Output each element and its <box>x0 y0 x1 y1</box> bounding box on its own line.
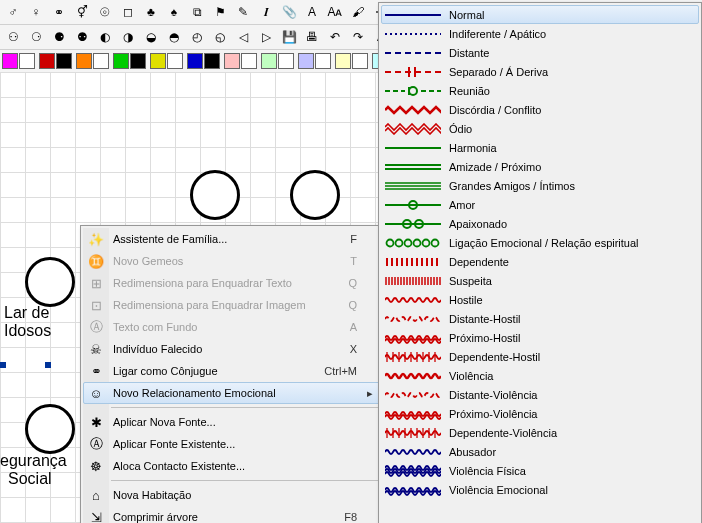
color-swatch[interactable] <box>315 53 331 69</box>
toolbar-button-t9[interactable]: ◴ <box>186 26 208 48</box>
color-swatch[interactable] <box>278 53 294 69</box>
toolbar-button-couple[interactable]: ⚭ <box>48 1 70 23</box>
relationship-option[interactable]: Dependente-Hostil <box>381 347 699 366</box>
relationship-option[interactable]: Separado / Á Deriva <box>381 62 699 81</box>
relationship-option[interactable]: Ódio <box>381 119 699 138</box>
menu-item[interactable]: ☺Novo Relacionamento Emocional▸ <box>83 382 381 404</box>
toolbar-button-redo[interactable]: ↷ <box>347 26 369 48</box>
color-swatch[interactable] <box>93 53 109 69</box>
relationship-option[interactable]: Grandes Amigos / Íntimos <box>381 176 699 195</box>
relationship-option[interactable]: Próximo-Violência <box>381 404 699 423</box>
toolbar-button-text-aa[interactable]: Aᴀ <box>324 1 346 23</box>
color-swatch[interactable] <box>150 53 166 69</box>
menu-item[interactable]: ⇲Comprimir árvoreF8 <box>83 506 381 523</box>
toolbar-button-back[interactable]: ◁ <box>232 26 254 48</box>
relationship-option[interactable]: Distante-Violência <box>381 385 699 404</box>
relationship-option[interactable]: Discórdia / Conflito <box>381 100 699 119</box>
relationship-option[interactable]: Ligação Emocional / Relação espiritual <box>381 233 699 252</box>
toolbar-button-brush[interactable]: 🖌 <box>347 1 369 23</box>
color-swatch[interactable] <box>19 53 35 69</box>
menu-item[interactable]: ⒶAplicar Fonte Existente... <box>83 433 381 455</box>
relationship-option[interactable]: Indiferente / Apático <box>381 24 699 43</box>
color-swatch[interactable] <box>39 53 55 69</box>
toolbar-button-t10[interactable]: ◵ <box>209 26 231 48</box>
toolbar-button-fwd[interactable]: ▷ <box>255 26 277 48</box>
relationship-option[interactable]: Próximo-Hostil <box>381 328 699 347</box>
menu-item[interactable]: ⚭Ligar como CônjugueCtrl+M <box>83 360 381 382</box>
selection-handle[interactable] <box>45 362 51 368</box>
relationship-option[interactable]: Distante-Hostil <box>381 309 699 328</box>
toolbar-button-italic[interactable]: 𝑰 <box>255 1 277 23</box>
menu-item[interactable]: ✱Aplicar Nova Fonte... <box>83 411 381 433</box>
toolbar-button-person-f[interactable]: ♀ <box>25 1 47 23</box>
relationship-option[interactable]: Distante <box>381 43 699 62</box>
font-a-icon: Ⓐ <box>87 435 105 453</box>
toolbar-button-person[interactable]: ♂ <box>2 1 24 23</box>
toolbar-button-overlap[interactable]: ⧉ <box>186 1 208 23</box>
menu-item[interactable]: ☠Indivíduo FalecidoX <box>83 338 381 360</box>
relationship-option-label: Ligação Emocional / Relação espiritual <box>449 237 639 249</box>
toolbar-button-t7[interactable]: ◒ <box>140 26 162 48</box>
color-swatch[interactable] <box>187 53 203 69</box>
toolbar-button-tree2[interactable]: ♠ <box>163 1 185 23</box>
relationship-option[interactable]: Violência <box>381 366 699 385</box>
toolbar-button-text-a[interactable]: A <box>301 1 323 23</box>
menu-item-label: Redimensiona para Enquadrar Imagem <box>113 299 309 311</box>
toolbar-button-link[interactable]: ⦾ <box>94 1 116 23</box>
toolbar-button-t5[interactable]: ◐ <box>94 26 116 48</box>
color-swatch[interactable] <box>352 53 368 69</box>
color-swatch[interactable] <box>298 53 314 69</box>
color-swatch[interactable] <box>2 53 18 69</box>
relationship-swatch-icon <box>385 293 441 307</box>
relationship-option[interactable]: Harmonia <box>381 138 699 157</box>
relationship-submenu: NormalIndiferente / ApáticoDistanteSepar… <box>378 2 702 523</box>
relationship-option[interactable]: Hostile <box>381 290 699 309</box>
color-swatch[interactable] <box>167 53 183 69</box>
toolbar-button-t4[interactable]: ⚉ <box>71 26 93 48</box>
color-swatch[interactable] <box>261 53 277 69</box>
toolbar-button-t1[interactable]: ⚇ <box>2 26 24 48</box>
relationship-option[interactable]: Violência Emocional <box>381 480 699 499</box>
relationship-option[interactable]: Dependente <box>381 252 699 271</box>
toolbar-button-child[interactable]: ⚥ <box>71 1 93 23</box>
selection-handle[interactable] <box>0 362 6 368</box>
relationship-option[interactable]: Dependente-Violência <box>381 423 699 442</box>
color-swatch[interactable] <box>335 53 351 69</box>
genogram-node[interactable] <box>190 170 240 220</box>
relationship-option[interactable]: Abusador <box>381 442 699 461</box>
toolbar-button-clip[interactable]: 📎 <box>278 1 300 23</box>
relationship-option-label: Apaixonado <box>449 218 507 230</box>
relationship-option[interactable]: Amor <box>381 195 699 214</box>
menu-item[interactable]: ☸Aloca Contacto Existente... <box>83 455 381 477</box>
relationship-option[interactable]: Normal <box>381 5 699 24</box>
color-swatch[interactable] <box>224 53 240 69</box>
genogram-node[interactable] <box>25 257 75 307</box>
toolbar-button-save[interactable]: 💾 <box>278 26 300 48</box>
toolbar-button-flag[interactable]: ⚑ <box>209 1 231 23</box>
relationship-option[interactable]: Reunião <box>381 81 699 100</box>
toolbar-button-tree[interactable]: ♣ <box>140 1 162 23</box>
genogram-node[interactable] <box>25 404 75 454</box>
relationship-option[interactable]: Apaixonado <box>381 214 699 233</box>
toolbar-button-t6[interactable]: ◑ <box>117 26 139 48</box>
genogram-node[interactable] <box>290 170 340 220</box>
color-swatch[interactable] <box>241 53 257 69</box>
toolbar-button-t2[interactable]: ⚆ <box>25 26 47 48</box>
color-swatch[interactable] <box>56 53 72 69</box>
relationship-option[interactable]: Violência Física <box>381 461 699 480</box>
color-swatch[interactable] <box>76 53 92 69</box>
relationship-option[interactable]: Amizade / Próximo <box>381 157 699 176</box>
toolbar-button-square[interactable]: ◻ <box>117 1 139 23</box>
toolbar-button-undo[interactable]: ↶ <box>324 26 346 48</box>
toolbar-button-t3[interactable]: ⚈ <box>48 26 70 48</box>
menu-item[interactable]: ⌂Nova Habitação <box>83 484 381 506</box>
toolbar-button-t8[interactable]: ◓ <box>163 26 185 48</box>
toolbar-button-paint[interactable]: ✎ <box>232 1 254 23</box>
toolbar-button-print[interactable]: 🖶 <box>301 26 323 48</box>
color-swatch[interactable] <box>130 53 146 69</box>
color-swatch[interactable] <box>204 53 220 69</box>
color-swatch[interactable] <box>113 53 129 69</box>
menu-item[interactable]: ✨Assistente de Família...F <box>83 228 381 250</box>
relationship-option[interactable]: Suspeita <box>381 271 699 290</box>
menu-item-label: Assistente de Família... <box>113 233 309 245</box>
